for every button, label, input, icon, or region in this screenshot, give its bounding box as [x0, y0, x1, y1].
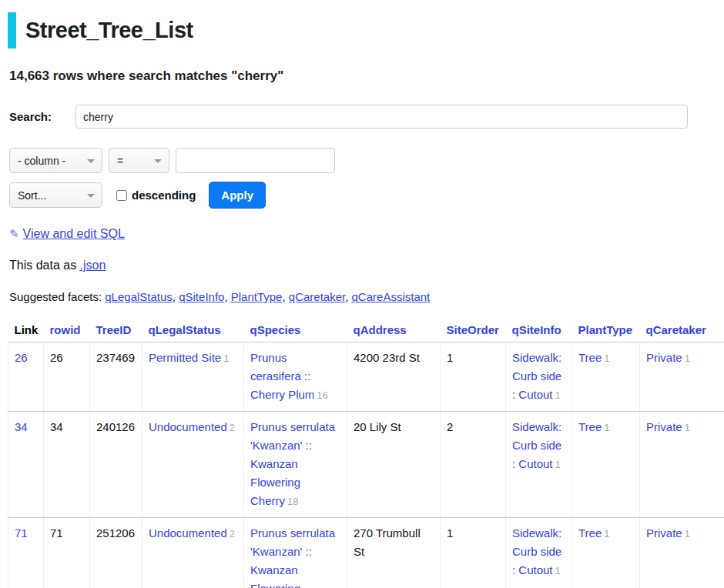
- table-row: 26 26 237469 Permitted Site1 Prunus cera…: [8, 342, 724, 412]
- page: Street_Tree_List 14,663 rows where searc…: [0, 0, 724, 588]
- column-header-qlegalstatus[interactable]: qLegalStatus: [142, 319, 244, 342]
- row-link[interactable]: 71: [15, 526, 28, 540]
- facet-count: 1: [604, 528, 609, 540]
- facet-count: 18: [287, 496, 298, 507]
- sort-select-wrap: Sort...: [9, 182, 102, 208]
- cell-caretaker-link[interactable]: Private: [646, 526, 682, 540]
- cell-site-info-link[interactable]: Sidewalk: Curb side : Cutout: [512, 420, 561, 470]
- cell-site-order: 2: [441, 412, 506, 518]
- sort-select[interactable]: Sort...: [9, 182, 102, 208]
- facet-count: 1: [604, 422, 609, 433]
- cell-treeid: 237469: [90, 342, 142, 412]
- column-header-rowid[interactable]: rowid: [44, 319, 90, 342]
- column-select-wrap: - column -: [9, 148, 102, 173]
- facet-count: 1: [685, 528, 690, 540]
- json-export-link[interactable]: .json: [80, 259, 106, 272]
- filter-column-select[interactable]: - column -: [9, 148, 102, 173]
- suggested-facet-link[interactable]: qSiteInfo: [179, 290, 224, 303]
- cell-site-order: 1: [441, 342, 506, 412]
- facet-count: 1: [223, 352, 229, 364]
- cell-species-link[interactable]: Prunus cerasifera :: Cherry Plum: [250, 351, 314, 401]
- facet-count: 2: [230, 528, 235, 540]
- cell-legal-status-link[interactable]: Undocumented: [149, 526, 227, 540]
- cell-legal-status-link[interactable]: Undocumented: [149, 420, 227, 433]
- apply-button[interactable]: Apply: [209, 182, 266, 209]
- view-edit-sql-link[interactable]: View and edit SQL: [23, 227, 125, 240]
- cell-plant-type-link[interactable]: Tree: [578, 420, 602, 433]
- facet-count: 1: [555, 565, 561, 576]
- filter-operator-select[interactable]: =: [109, 148, 169, 173]
- cell-legal-status-link[interactable]: Permitted Site: [149, 351, 221, 364]
- sort-form: Sort... descending Apply: [9, 182, 724, 209]
- descending-checkbox[interactable]: [116, 190, 127, 201]
- cell-address: 270 Trumbull St: [347, 518, 441, 588]
- facets-prefix: Suggested facets:: [9, 290, 102, 303]
- cell-plant-type-link[interactable]: Tree: [578, 526, 602, 540]
- column-header-qcaretaker[interactable]: qCaretaker: [640, 319, 724, 342]
- results-table: Link rowid TreeID qLegalStatus qSpecies …: [8, 319, 724, 588]
- filter-form: - column - =: [9, 148, 724, 173]
- suggested-facet-link[interactable]: qLegalStatus: [105, 290, 173, 303]
- cell-site-order: 1: [441, 518, 506, 588]
- filter-value-input[interactable]: [176, 148, 335, 173]
- suggested-facet-link[interactable]: qCaretaker: [289, 290, 345, 303]
- pencil-icon: ✎: [9, 227, 19, 240]
- suggested-facets-line: Suggested facets: qLegalStatus, qSiteInf…: [9, 290, 724, 303]
- facet-count: 1: [685, 352, 690, 364]
- column-header-link: Link: [8, 319, 44, 342]
- table-header-row: Link rowid TreeID qLegalStatus qSpecies …: [8, 319, 724, 342]
- row-count-summary: 14,663 rows where search matches "cherry…: [9, 68, 724, 84]
- cell-site-info-link[interactable]: Sidewalk: Curb side : Cutout: [512, 351, 561, 401]
- cell-species-link[interactable]: Prunus serrulata 'Kwanzan' :: Kwanzan Fl…: [250, 526, 335, 588]
- cell-caretaker-link[interactable]: Private: [646, 420, 682, 433]
- facet-count: 1: [685, 422, 690, 433]
- page-title: Street_Tree_List: [8, 12, 724, 48]
- sql-line: ✎View and edit SQL: [9, 227, 724, 241]
- search-input[interactable]: [75, 105, 688, 129]
- facet-count: 16: [317, 389, 327, 401]
- operator-select-wrap: =: [109, 148, 169, 173]
- column-header-planttype[interactable]: PlantType: [572, 319, 640, 342]
- column-header-qsiteinfo[interactable]: qSiteInfo: [506, 319, 572, 342]
- facet-count: 2: [230, 422, 235, 433]
- cell-address: 4200 23rd St: [347, 342, 441, 412]
- cell-plant-type-link[interactable]: Tree: [578, 351, 602, 364]
- cell-address: 20 Lily St: [347, 412, 441, 518]
- facet-count: 1: [555, 389, 561, 401]
- table-row: 71 71 251206 Undocumented2 Prunus serrul…: [8, 518, 724, 588]
- row-link[interactable]: 34: [15, 420, 28, 433]
- export-line: This data as .json: [9, 259, 724, 272]
- column-header-qaddress[interactable]: qAddress: [347, 319, 441, 342]
- cell-rowid: 71: [44, 518, 90, 588]
- table-row: 34 34 240126 Undocumented2 Prunus serrul…: [8, 412, 724, 518]
- cell-caretaker-link[interactable]: Private: [646, 351, 682, 364]
- suggested-facet-link[interactable]: PlantType: [231, 290, 283, 303]
- cell-species-link[interactable]: Prunus serrulata 'Kwanzan' :: Kwanzan Fl…: [250, 420, 335, 507]
- facet-count: 1: [604, 352, 609, 364]
- column-header-siteorder[interactable]: SiteOrder: [441, 319, 506, 342]
- cell-site-info-link[interactable]: Sidewalk: Curb side : Cutout: [512, 526, 561, 576]
- column-header-qspecies[interactable]: qSpecies: [244, 319, 347, 342]
- cell-treeid: 251206: [90, 518, 142, 588]
- cell-rowid: 34: [44, 412, 90, 518]
- column-header-treeid[interactable]: TreeID: [90, 319, 142, 342]
- search-label: Search:: [9, 110, 75, 123]
- cell-rowid: 26: [44, 342, 90, 412]
- export-prefix: This data as: [9, 259, 76, 272]
- row-link[interactable]: 26: [15, 351, 28, 364]
- suggested-facet-link[interactable]: qCareAssistant: [352, 290, 431, 303]
- facet-links: qLegalStatus, qSiteInfo, PlantType, qCar…: [105, 290, 430, 303]
- search-form: Search:: [9, 105, 724, 129]
- cell-treeid: 240126: [90, 412, 142, 518]
- descending-label: descending: [132, 189, 196, 202]
- facet-count: 1: [555, 459, 561, 470]
